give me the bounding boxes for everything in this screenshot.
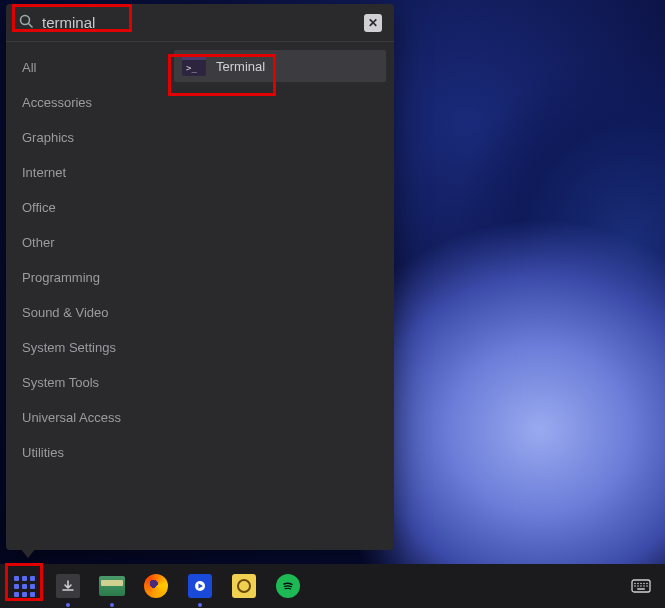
svg-line-1 [29, 23, 33, 27]
running-indicator [66, 603, 70, 607]
clear-search-button[interactable]: ✕ [364, 14, 382, 32]
category-item-system-settings[interactable]: System Settings [6, 330, 166, 365]
download-icon [56, 574, 80, 598]
category-item-internet[interactable]: Internet [6, 155, 166, 190]
search-icon [18, 13, 34, 33]
music-player-button[interactable] [230, 572, 258, 600]
firefox-icon [144, 574, 168, 598]
search-input[interactable] [40, 10, 358, 35]
music-icon [232, 574, 256, 598]
svg-point-8 [643, 583, 645, 585]
svg-point-6 [637, 583, 639, 585]
category-item-sound-video[interactable]: Sound & Video [6, 295, 166, 330]
category-item-office[interactable]: Office [6, 190, 166, 225]
category-item-graphics[interactable]: Graphics [6, 120, 166, 155]
files-icon [99, 576, 125, 596]
terminal-icon: >_ [182, 56, 206, 76]
category-item-system-tools[interactable]: System Tools [6, 365, 166, 400]
close-icon: ✕ [368, 16, 378, 30]
keyboard-indicator[interactable] [627, 572, 655, 600]
apps-grid-icon [14, 576, 35, 597]
svg-point-14 [646, 585, 648, 587]
taskbar [0, 564, 665, 608]
media-player-button[interactable] [186, 572, 214, 600]
menu-body: All Accessories Graphics Internet Office… [6, 42, 394, 550]
svg-rect-15 [637, 588, 645, 590]
apps-launcher-button[interactable] [10, 572, 38, 600]
application-menu: ✕ All Accessories Graphics Internet Offi… [6, 4, 394, 550]
results-pane: >_ Terminal [166, 42, 394, 550]
spotify-icon [276, 574, 300, 598]
category-item-programming[interactable]: Programming [6, 260, 166, 295]
category-item-universal-access[interactable]: Universal Access [6, 400, 166, 435]
result-label: Terminal [216, 59, 265, 74]
firefox-button[interactable] [142, 572, 170, 600]
category-item-other[interactable]: Other [6, 225, 166, 260]
result-item-terminal[interactable]: >_ Terminal [174, 50, 386, 82]
svg-point-9 [646, 583, 648, 585]
category-list: All Accessories Graphics Internet Office… [6, 42, 166, 550]
menu-pointer [20, 548, 36, 558]
svg-point-7 [640, 583, 642, 585]
category-item-utilities[interactable]: Utilities [6, 435, 166, 470]
svg-point-10 [634, 585, 636, 587]
search-row: ✕ [6, 4, 394, 39]
keyboard-icon [631, 579, 651, 593]
file-manager-button[interactable] [98, 572, 126, 600]
category-item-all[interactable]: All [6, 50, 166, 85]
downloads-button[interactable] [54, 572, 82, 600]
running-indicator [110, 603, 114, 607]
media-play-icon [188, 574, 212, 598]
running-indicator [198, 603, 202, 607]
svg-point-13 [643, 585, 645, 587]
svg-point-12 [640, 585, 642, 587]
svg-point-11 [637, 585, 639, 587]
svg-point-5 [634, 583, 636, 585]
spotify-button[interactable] [274, 572, 302, 600]
category-item-accessories[interactable]: Accessories [6, 85, 166, 120]
